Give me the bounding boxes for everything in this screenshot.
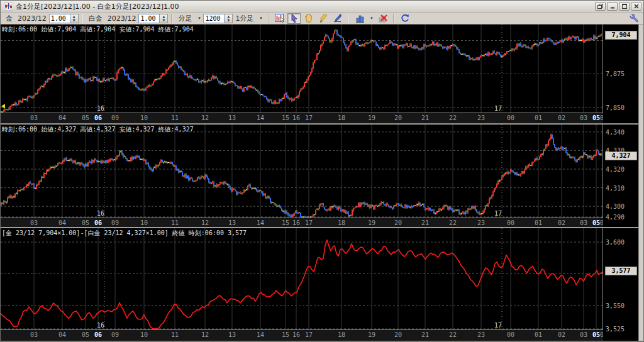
pencil-icon [319, 14, 328, 23]
close-button[interactable] [631, 2, 641, 11]
settings-button[interactable] [627, 13, 640, 24]
price-tick-label: 4,320 [606, 166, 625, 173]
time-tick-label: 19 [365, 114, 378, 121]
interval-label: 1分足 [235, 14, 253, 23]
gold-multiplier-input[interactable] [49, 14, 70, 23]
toolbar-separator [268, 14, 269, 23]
platinum-chart-panel: 1617 時刻:06:00 始値:4,327 高値:4,327 安値:4,327… [1, 124, 638, 228]
time-tick-label: 03 [577, 219, 590, 226]
time-tick-label: 11 [169, 331, 181, 338]
time-tick-label: 16 [290, 219, 303, 226]
time-tick-label: 11 [169, 219, 181, 226]
spin-down-icon: ▼ [70, 18, 78, 23]
float-window-icon [597, 4, 603, 9]
maximize-button[interactable] [619, 2, 630, 11]
gold-symbol-label: 金 [6, 14, 13, 23]
refresh-icon [401, 14, 409, 23]
maximize-icon [622, 4, 627, 9]
select-tool-button[interactable] [287, 13, 301, 24]
time-tick-label: 21 [419, 331, 431, 338]
pen-tool-button[interactable] [331, 13, 344, 24]
time-tick-label: 06 [597, 219, 603, 226]
price-tick-label: 4,310 [606, 185, 625, 192]
refresh-button[interactable] [398, 13, 411, 24]
platinum-price-axis: 4,3404,3304,3204,3104,3004,2904,327 [603, 124, 638, 228]
bar-count-input[interactable] [203, 14, 225, 23]
time-tick-label: 03 [28, 219, 40, 226]
date-marker-label: 16 [97, 210, 104, 217]
time-tick-label: 17 [303, 331, 315, 338]
chart-type-button[interactable] [353, 13, 366, 24]
toolbar-separator [82, 14, 83, 23]
float-window-button[interactable] [595, 2, 606, 11]
window-right-frame [638, 25, 643, 342]
time-tick-label: 23 [475, 331, 487, 338]
time-tick-label: 06 [92, 114, 104, 121]
gold-multiplier-spin-buttons[interactable]: ▲▼ [70, 14, 79, 23]
platinum-multiplier-spin-buttons[interactable]: ▲▼ [160, 14, 168, 23]
platinum-contract-month: 2023/12 [108, 14, 136, 23]
time-tick-label: 09 [109, 219, 121, 226]
toolbar-separator [348, 14, 349, 23]
interval-dropdown[interactable]: ▼ [257, 14, 265, 23]
time-tick-label: 10 [138, 114, 150, 121]
select-arrow-icon [290, 14, 298, 23]
time-tick-label: 01 [532, 219, 545, 226]
time-tick-label: 20 [392, 114, 404, 121]
delete-chart-button[interactable] [376, 13, 389, 24]
chart-window: 金1分足[2023/12]1.00 - 白金1分足[2023/12]1.00 [0, 0, 644, 342]
scroll-left-marker [1, 104, 5, 109]
time-tick-label: 10 [138, 219, 150, 226]
time-tick-label: 14 [254, 331, 267, 338]
time-tick-label: 22 [447, 219, 459, 226]
chart-cursor-button[interactable] [273, 13, 286, 24]
wrench-icon [630, 14, 638, 23]
minimize-button[interactable] [607, 2, 618, 11]
time-tick-label: 18 [335, 219, 348, 226]
time-tick-label: 16 [290, 331, 303, 338]
bar-count-spin-buttons[interactable]: ▲▼ [225, 14, 233, 23]
time-tick-label: 04 [56, 114, 69, 121]
time-tick-label: 22 [447, 114, 459, 121]
chart-cursor-icon [275, 14, 285, 23]
period-type-dropdown[interactable]: ▼ [195, 14, 203, 23]
time-tick-label: 09 [109, 114, 121, 121]
gold-chart-plot[interactable]: 1617 時刻:06:00 始値:7,904 高値:7,904 安値:7,904… [1, 25, 603, 113]
close-icon [634, 4, 639, 9]
time-tick-label: 13 [226, 331, 238, 338]
time-tick-label: 10 [138, 331, 150, 338]
time-tick-label: 19 [365, 331, 378, 338]
spread-time-axis: 0304050609101112131415161718192021222300… [1, 329, 603, 341]
time-tick-label: 01 [532, 114, 545, 121]
time-tick-label: 05 [79, 331, 92, 338]
time-tick-label: 00 [504, 219, 517, 226]
platinum-chart-plot[interactable]: 1617 時刻:06:00 始値:4,327 高値:4,327 安値:4,327… [1, 124, 603, 218]
price-tick-label: 4,290 [606, 214, 625, 221]
platinum-multiplier-input[interactable] [138, 14, 160, 23]
time-tick-label: 04 [56, 219, 69, 226]
minimize-icon [610, 4, 615, 9]
date-marker-label: 16 [97, 105, 104, 112]
time-tick-label: 02 [555, 114, 568, 121]
time-tick-label: 23 [475, 114, 487, 121]
gold-contract-month: 2023/12 [18, 14, 47, 23]
time-tick-label: 22 [447, 331, 459, 338]
price-tick-label: 4,340 [606, 129, 625, 136]
chart-type-dropdown[interactable]: ▼ [367, 14, 375, 23]
spread-chart-plot[interactable]: 1617 [金 23/12 7,904×1.00]-[白金 23/12 4,32… [1, 228, 603, 329]
time-tick-label: 01 [532, 331, 545, 338]
time-tick-label: 17 [303, 219, 315, 226]
platinum-multiplier-spinner: ▲▼ [138, 14, 168, 23]
pencil-tool-button[interactable] [316, 13, 330, 24]
time-tick-label: 00 [504, 114, 517, 121]
app-icon [4, 3, 13, 11]
title-bar[interactable]: 金1分足[2023/12]1.00 - 白金1分足[2023/12]1.00 [1, 1, 643, 13]
time-tick-label: 03 [28, 331, 40, 338]
time-tick-label: 17 [303, 114, 315, 121]
time-tick-label: 02 [555, 331, 568, 338]
time-tick-label: 12 [199, 114, 211, 121]
current-price-badge: 4,327 [605, 152, 637, 160]
pan-tool-button[interactable] [302, 13, 315, 24]
price-tick-label: 3,550 [606, 302, 625, 309]
price-tick-label: 3,600 [606, 239, 625, 246]
